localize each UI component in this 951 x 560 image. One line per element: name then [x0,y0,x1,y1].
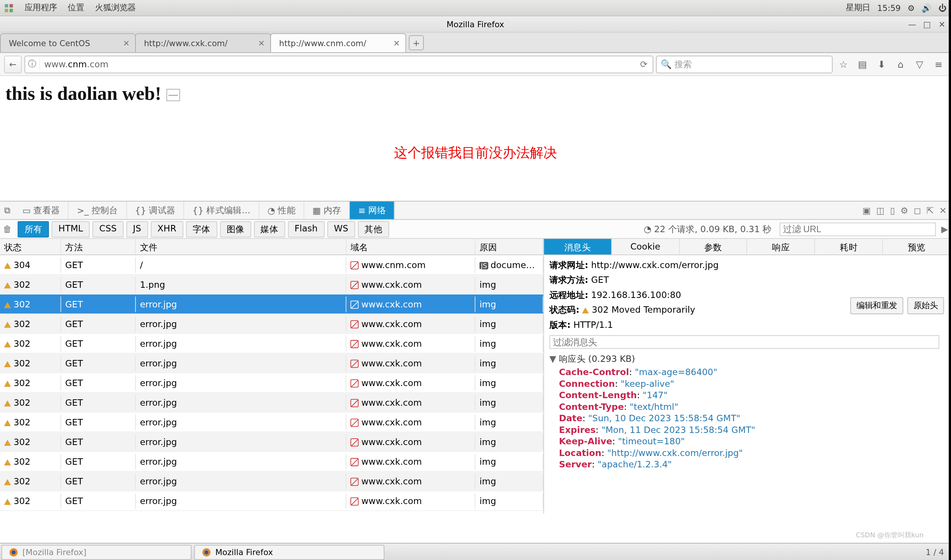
network-request-row[interactable]: 302GETerror.jpgwww.cxk.comimg [0,373,543,393]
devtools-tab[interactable]: ≡ 网络 [350,202,395,219]
col-method[interactable]: 方法 [61,239,136,254]
search-placeholder: 搜索 [674,58,692,70]
menu-firefox[interactable]: 火狐浏览器 [95,2,136,14]
network-request-row[interactable]: 302GETerror.jpgwww.cxk.comimg [0,472,543,491]
network-filter-button[interactable]: XHR [151,221,183,237]
devtools-split-icon[interactable]: ◫ [876,205,885,216]
reload-button[interactable]: ⟳ [635,59,653,69]
network-request-row[interactable]: 302GETerror.jpgwww.cxk.comimg [0,393,543,413]
network-request-row[interactable]: 302GETerror.jpgwww.cxk.comimg [0,413,543,432]
taskbar-item[interactable]: Mozilla Firefox [194,544,384,559]
new-tab-button[interactable]: + [409,35,423,50]
perf-icon[interactable]: ◔ [644,224,651,234]
url-field[interactable]: ⓘ www.cnm.com ⟳ [25,55,654,73]
network-filter-button[interactable]: Flash [288,221,324,237]
devtools-tab[interactable]: {} 样式编辑… [184,202,259,219]
devtools-tab[interactable]: ◔ 性能 [259,202,304,219]
network-icon[interactable]: ⚙ [907,3,915,12]
devtools-pick-icon[interactable]: ⧉ [0,202,14,219]
sidebar-icon[interactable]: ▤ [854,56,871,72]
response-headers-section[interactable]: ▼响应头 (0.293 KB) [547,352,948,366]
taskbar-item[interactable]: [Mozilla Firefox] [2,544,191,559]
close-tab-icon[interactable]: ✕ [252,38,265,48]
clear-requests-icon[interactable]: 🗑 [0,224,15,234]
devtools-close-icon[interactable]: ✕ [939,205,947,216]
devtools-responsive-icon[interactable]: ▯ [890,205,895,216]
menu-icon[interactable]: ≡ [931,56,947,72]
devtools-tab[interactable]: ▭ 查看器 [14,202,69,219]
network-request-row[interactable]: 302GETerror.jpgwww.cxk.comimg [0,432,543,452]
pocket-icon[interactable]: ▽ [911,56,928,72]
network-filter-button[interactable]: HTML [51,221,90,237]
network-request-row[interactable]: 304GET/www.cnm.comJSdocume… [0,255,543,275]
response-header-row: Server: "apache/1.2.3.4" [547,459,948,470]
devtools-dock-icon[interactable]: ▣ [862,205,871,216]
col-status[interactable]: 状态 [0,239,61,254]
url-text[interactable]: www.cnm.com [40,59,635,69]
detail-tab[interactable]: 参数 [680,239,747,254]
search-icon: 🔍 [661,59,672,69]
network-request-row[interactable]: 302GETerror.jpgwww.cxk.comimg [0,314,543,334]
menu-places[interactable]: 位置 [68,2,84,14]
network-request-row[interactable]: 302GETerror.jpgwww.cxk.comimg [0,354,543,373]
volume-icon[interactable]: 🔊 [921,3,932,12]
browser-tab[interactable]: http://www.cxk.com/✕ [135,33,271,52]
site-identity-icon[interactable]: ⓘ [25,58,40,70]
network-filter-button[interactable]: 字体 [186,221,217,237]
clock-time: 15:59 [877,3,901,12]
browser-tab[interactable]: http://www.cnm.com/✕ [270,33,406,52]
network-filter-button[interactable]: CSS [92,221,123,237]
detail-tab[interactable]: 预览 [883,239,951,254]
devtools-tabstrip: ⧉ ▭ 查看器>_ 控制台{} 调试器{} 样式编辑…◔ 性能▦ 内存≡ 网络 … [0,201,951,220]
back-button[interactable]: ← [4,55,22,73]
filter-url-input[interactable] [780,222,936,236]
devtools-tab[interactable]: {} 调试器 [127,202,184,219]
network-filter-bar: 🗑 所有HTMLCSSJSXHR字体图像媒体FlashWS其他 ◔ 22 个请求… [0,220,951,239]
raw-headers-button[interactable]: 原始头 [907,297,944,314]
col-file[interactable]: 文件 [136,239,346,254]
network-filter-button[interactable]: 其他 [358,221,389,237]
power-icon[interactable]: ⏻ [939,3,947,12]
filter-headers-input[interactable] [549,335,939,349]
network-request-row[interactable]: 302GETerror.jpgwww.cxk.comimg [0,334,543,354]
menu-applications[interactable]: 应用程序 [25,2,57,14]
devtools-popout-icon[interactable]: ◻ [914,205,921,216]
col-reason[interactable]: 原因 [475,239,543,254]
network-columns-header[interactable]: 状态 方法 文件 域名 原因 [0,239,543,255]
response-header-row: Content-Type: "text/html" [547,401,948,413]
network-filter-button[interactable]: JS [126,221,148,237]
col-domain[interactable]: 域名 [346,239,475,254]
search-field[interactable]: 🔍 搜索 [656,55,833,73]
devtools-tab[interactable]: ▦ 内存 [304,202,350,219]
window-titlebar[interactable]: Mozilla Firefox — □ ✕ [0,16,951,33]
network-filter-button[interactable]: WS [327,221,355,237]
minimize-button[interactable]: — [907,19,917,29]
network-request-row[interactable]: 302GET1.pngwww.cxk.comimg [0,275,543,295]
detail-tab[interactable]: 响应 [747,239,815,254]
detail-tab[interactable]: Cookie [612,239,680,254]
maximize-button[interactable]: □ [922,19,932,29]
insecure-icon [350,359,359,368]
detail-tab[interactable]: 消息头 [544,239,612,254]
network-request-row[interactable]: 302GETerror.jpgwww.cxk.comimg [0,452,543,472]
devtools-settings-icon[interactable]: ⚙ [900,205,908,216]
close-window-button[interactable]: ✕ [937,19,947,29]
detail-tab[interactable]: 耗时 [815,239,883,254]
devtools-tab[interactable]: >_ 控制台 [69,202,127,219]
insecure-icon [350,340,359,348]
network-request-row[interactable]: 302GETerror.jpgwww.cxk.comimg [0,295,543,314]
close-tab-icon[interactable]: ✕ [117,38,129,48]
network-filter-button[interactable]: 图像 [220,221,251,237]
devtools-undock-icon[interactable]: ⇱ [926,205,934,216]
home-icon[interactable]: ⌂ [892,56,909,72]
network-filter-button[interactable]: 所有 [18,221,49,237]
downloads-icon[interactable]: ⬇ [873,56,890,72]
network-filter-button[interactable]: 媒体 [254,221,285,237]
firefox-icon [9,547,18,557]
close-tab-icon[interactable]: ✕ [388,38,400,48]
network-request-row[interactable]: 302GETerror.jpgwww.cxk.comimg [0,491,543,511]
insecure-icon [350,458,359,466]
browser-tab[interactable]: Welcome to CentOS✕ [0,33,136,52]
edit-resend-button[interactable]: 编辑和重发 [850,297,903,314]
bookmark-star-icon[interactable]: ☆ [835,56,851,72]
